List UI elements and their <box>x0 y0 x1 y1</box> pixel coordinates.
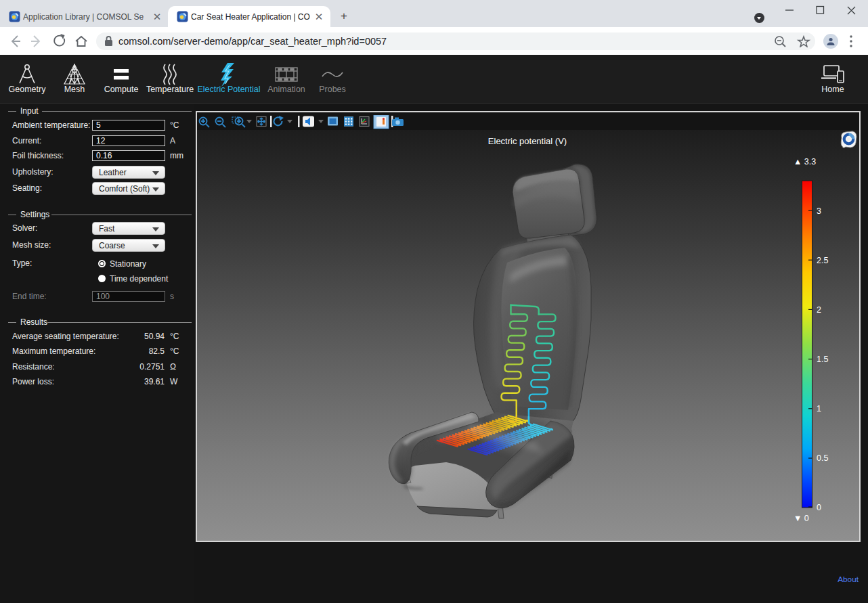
svg-text:2.5: 2.5 <box>817 256 828 265</box>
svg-text:3: 3 <box>817 206 821 216</box>
svg-text:▼ 0: ▼ 0 <box>794 514 809 523</box>
svg-text:1: 1 <box>817 404 821 414</box>
svg-text:Electric potential (V): Electric potential (V) <box>488 136 567 146</box>
svg-text:2: 2 <box>817 305 821 315</box>
svg-text:0.5: 0.5 <box>817 453 828 463</box>
svg-text:1.5: 1.5 <box>817 355 828 364</box>
svg-text:▲ 3.3: ▲ 3.3 <box>794 157 816 166</box>
svg-text:0: 0 <box>817 503 821 512</box>
